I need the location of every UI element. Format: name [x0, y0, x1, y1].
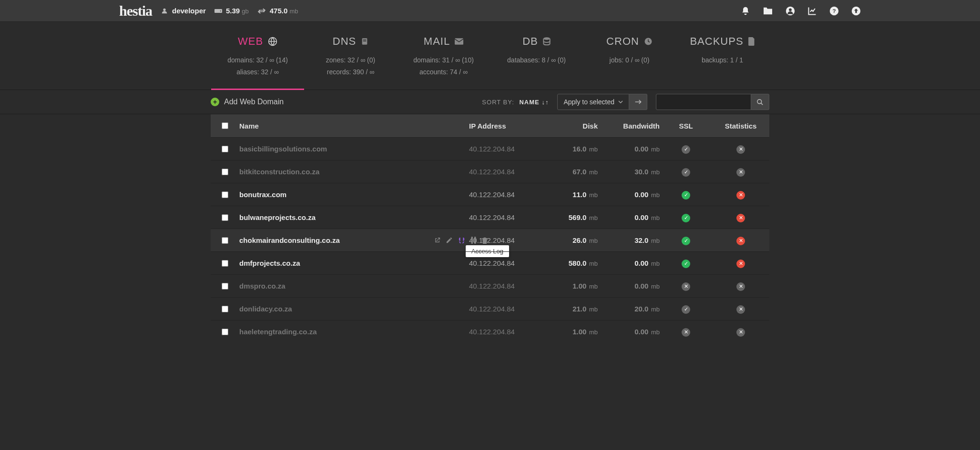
row-checkbox[interactable] — [222, 260, 228, 267]
table-row[interactable]: dmfprojects.co.za 40.122.204.84 580.0 mb… — [211, 251, 769, 274]
bandwidth-usage: 30.0 mb — [598, 168, 660, 176]
account-icon[interactable] — [786, 6, 795, 16]
status-dot: ✕ — [736, 282, 745, 291]
row-checkbox[interactable] — [222, 306, 228, 312]
apply-dropdown[interactable]: Apply to selected — [557, 94, 629, 110]
svg-rect-16 — [474, 237, 476, 244]
user-icon — [161, 7, 168, 15]
clock-icon — [644, 37, 653, 46]
table-row[interactable]: bulwaneprojects.co.za 40.122.204.84 569.… — [211, 206, 769, 229]
files-icon[interactable] — [763, 7, 773, 15]
add-web-domain-button[interactable]: + Add Web Domain — [211, 98, 284, 106]
logo[interactable]: hestia — [119, 3, 152, 19]
row-checkbox[interactable] — [222, 146, 228, 152]
status-dot: ✕ — [736, 260, 745, 268]
status-dot: ✓ — [682, 168, 690, 177]
statistics-status: ✕ — [712, 281, 769, 291]
nav-mail[interactable]: MAIL domains: 31 / ∞ (10) accounts: 74 /… — [397, 35, 490, 90]
table-row[interactable]: donlidacy.co.za 40.122.204.84 21.0 mb 20… — [211, 297, 769, 320]
statistics-status: ✕ — [712, 167, 769, 177]
domain-name[interactable]: dmfprojects.co.za — [239, 259, 469, 267]
bandwidth-usage: 0.00 mb — [598, 213, 660, 221]
table-row[interactable]: dmspro.co.za 40.122.204.84 1.00 mb 0.00 … — [211, 274, 769, 297]
table-row[interactable]: chokmairandconsulting.co.za 40.122.204.8… — [211, 229, 769, 251]
bw-unit: mb — [289, 8, 298, 15]
table-row[interactable]: haeletengtrading.co.za 40.122.204.84 1.0… — [211, 320, 769, 343]
apply-go-button[interactable] — [629, 94, 647, 110]
ssl-status: ✓ — [660, 304, 712, 314]
bw-value: 475.0 — [270, 7, 288, 15]
bandwidth-usage: 0.00 mb — [598, 282, 660, 290]
search-input[interactable] — [656, 94, 751, 110]
logs-icon[interactable] — [458, 237, 466, 244]
top-right: ? — [741, 6, 861, 16]
pause-icon[interactable] — [470, 237, 477, 244]
statistics-status: ✕ — [712, 236, 769, 245]
status-dot: ✕ — [736, 237, 745, 245]
nav-stats: WEB domains: 32 / ∞ (14) aliases: 32 / ∞… — [0, 22, 980, 90]
domain-name[interactable]: dmspro.co.za — [239, 282, 469, 290]
ssl-status: ✓ — [660, 259, 712, 268]
statistics-status: ✕ — [712, 327, 769, 337]
table-row[interactable]: basicbillingsolutions.com 40.122.204.84 … — [211, 137, 769, 160]
domain-name[interactable]: bonutrax.com — [239, 190, 469, 199]
row-checkbox[interactable] — [222, 237, 228, 244]
globe-icon — [268, 37, 277, 46]
col-ssl: SSL — [660, 122, 712, 130]
row-checkbox[interactable] — [222, 169, 228, 175]
ip-address: 40.122.204.84 — [469, 282, 541, 290]
domain-name[interactable]: donlidacy.co.za — [239, 305, 469, 313]
bandwidth-usage: 0.00 mb — [598, 328, 660, 336]
open-icon[interactable] — [434, 237, 441, 244]
ip-address: 40.122.204.84 — [469, 168, 541, 176]
ssl-status: ✕ — [660, 281, 712, 291]
row-checkbox[interactable] — [222, 191, 228, 198]
svg-point-1 — [220, 10, 221, 11]
top-info: developer 5.39 gb 475.0 mb — [161, 7, 298, 15]
nav-dns[interactable]: DNS zones: 32 / ∞ (0) records: 390 / ∞ — [304, 35, 397, 90]
domain-name[interactable]: haeletengtrading.co.za — [239, 328, 469, 336]
disk-usage: 21.0 mb — [541, 305, 598, 313]
table-row[interactable]: bonutrax.com 40.122.204.84 11.0 mb 0.00 … — [211, 183, 769, 206]
edit-icon[interactable] — [446, 237, 453, 244]
ssl-status: ✓ — [660, 213, 712, 222]
row-checkbox[interactable] — [222, 283, 228, 290]
search-button[interactable] — [751, 94, 769, 110]
table-body: basicbillingsolutions.com 40.122.204.84 … — [211, 137, 769, 343]
nav-mail-line2: accounts: 74 / ∞ — [397, 66, 490, 78]
statistics-status: ✕ — [712, 213, 769, 222]
disk-unit: gb — [242, 8, 248, 15]
nav-backups[interactable]: BACKUPS backups: 1 / 1 — [676, 35, 769, 90]
domain-name[interactable]: bulwaneprojects.co.za — [239, 213, 469, 221]
ssl-status: ✓ — [660, 236, 712, 245]
ip-address: 40.122.204.84 — [469, 305, 541, 313]
notifications-icon[interactable] — [741, 6, 750, 16]
domain-name[interactable]: bitkitconstruction.co.za — [239, 168, 469, 176]
nav-cron[interactable]: CRON jobs: 0 / ∞ (0) — [583, 35, 676, 90]
stats-icon[interactable] — [807, 6, 817, 16]
nav-backups-title: BACKUPS — [690, 35, 743, 48]
status-dot: ✓ — [682, 237, 690, 245]
col-bandwidth: Bandwidth — [598, 122, 660, 130]
table-row[interactable]: bitkitconstruction.co.za 40.122.204.84 6… — [211, 160, 769, 183]
top-bar: hestia developer 5.39 gb 475.0 mb — [0, 0, 980, 22]
row-checkbox[interactable] — [222, 214, 228, 221]
nav-cron-line1: jobs: 0 / ∞ (0) — [583, 54, 676, 66]
nav-dns-line1: zones: 32 / ∞ (0) — [304, 54, 397, 66]
svg-rect-10 — [363, 41, 367, 41]
delete-icon[interactable] — [481, 237, 488, 244]
domain-name[interactable]: basicbillingsolutions.com — [239, 145, 469, 153]
add-label: Add Web Domain — [224, 98, 284, 106]
nav-db[interactable]: DB databases: 8 / ∞ (0) — [490, 35, 583, 90]
statistics-status: ✕ — [712, 190, 769, 200]
nav-web[interactable]: WEB domains: 32 / ∞ (14) aliases: 32 / ∞ — [211, 35, 304, 90]
row-checkbox[interactable] — [222, 329, 228, 335]
help-icon[interactable]: ? — [829, 6, 839, 16]
user-info[interactable]: developer — [161, 7, 206, 15]
sort-by[interactable]: SORT BY: NAME ↓↑ — [482, 99, 549, 106]
select-all-checkbox[interactable] — [222, 122, 228, 129]
statistics-status: ✕ — [712, 259, 769, 268]
upload-icon[interactable] — [851, 6, 861, 16]
disk-usage: 569.0 mb — [541, 213, 598, 221]
nav-db-title: DB — [522, 35, 538, 48]
